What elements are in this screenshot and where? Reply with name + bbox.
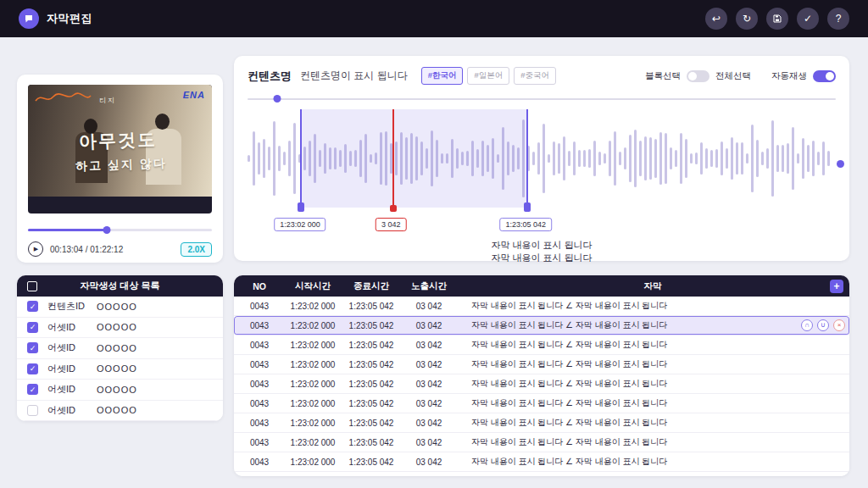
selection-end-handle[interactable] [524,202,531,212]
play-icon[interactable]: ▶ [28,241,43,257]
save-icon[interactable] [766,8,788,30]
video-player-card: 티지 아무것도 하고 싶지 않다 ENA ▶ 00:13:04 / 01:22:… [17,75,223,263]
cell-duration: 03 042 [402,419,456,428]
cell-no: 0043 [234,458,285,467]
playback-speed-button[interactable]: 2.0X [181,242,212,257]
cell-end: 1:23:05 042 [341,438,402,447]
scribble-decoration-icon [33,89,92,108]
autoplay-label: 자동재생 [771,70,807,82]
language-chip[interactable]: #일본어 [467,67,509,85]
row-checkbox-icon[interactable] [27,405,38,416]
player-seek-bar[interactable] [28,225,212,234]
time-badges: 1:23:02 000 3 042 1:23:05 042 [248,218,831,231]
cell-no: 0043 [234,438,285,447]
help-icon[interactable]: ? [827,8,849,30]
refresh-icon[interactable]: ↻ [736,8,758,30]
subtitle-row[interactable]: 0043 1:23:02 000 1:23:05 042 03 042 자막 내… [234,297,849,316]
cell-end: 1:23:05 042 [341,458,402,467]
target-list-title: 자막생성 대상 목록 [37,280,203,292]
topbar: 자막편집 ↩ ↻ ✓ ? [0,0,868,37]
cell-subtitle-text: 자막 내용이 표시 됩니다 ∠ 자막 내용이 표시 됩니다 [456,397,849,409]
subtitle-row[interactable]: 0043 1:23:02 000 1:23:05 042 03 042 자막 내… [234,433,849,452]
row-actions: ∩∪× [801,319,845,331]
row-value: OOOOO [97,322,137,332]
target-list-row: ✓ 어셋ID OOOOO [17,359,223,380]
playback-time: 00:13:04 / 01:22:12 [50,245,123,254]
selection-start-handle[interactable] [298,202,304,212]
video-thumbnail[interactable]: 티지 아무것도 하고 싶지 않다 ENA [28,85,212,214]
row-value: OOOOO [97,363,137,374]
content-name-value: 컨텐츠명이 표시 됩니다 [300,69,408,83]
cell-duration: 03 042 [402,360,456,369]
row-checkbox-icon[interactable]: ✓ [27,322,38,333]
merge-next-icon[interactable]: ∪ [817,319,829,331]
playhead-marker[interactable] [392,109,394,209]
undo-icon[interactable]: ↩ [705,8,727,30]
cell-duration: 03 042 [402,438,456,447]
row-checkbox-icon[interactable]: ✓ [27,301,38,312]
column-start: 시작시간 [285,280,341,292]
merge-prev-icon[interactable]: ∩ [801,319,813,331]
subtitle-row[interactable]: 0043 1:23:02 000 1:23:05 042 03 042 자막 내… [234,472,849,476]
row-label: 어셋ID [47,404,97,417]
row-checkbox-icon[interactable]: ✓ [27,384,38,395]
cell-no: 0043 [234,360,285,369]
target-list-header: 자막생성 대상 목록 [17,275,223,297]
subtitle-row[interactable]: 0043 1:23:02 000 1:23:05 042 03 042 자막 내… [234,413,849,433]
subtitle-preview-line1: 자막 내용이 표시 됩니다 [248,239,836,252]
timeline-position-knob[interactable] [273,95,281,103]
cell-subtitle-text: 자막 내용이 표시 됩니다 ∠ 자막 내용이 표시 됩니다 [456,475,849,476]
cell-duration: 03 042 [402,458,456,467]
timeline-scrub-bar[interactable] [248,95,836,103]
language-chip-label: #중국어 [520,70,549,80]
subtitle-row[interactable]: 0043 1:23:02 000 1:23:05 042 03 042 자막 내… [234,336,849,355]
language-chip[interactable]: #중국어 [514,67,556,85]
block-select-label: 블록선택 [645,70,681,82]
cell-subtitle-text: 자막 내용이 표시 됩니다 ∠ 자막 내용이 표시 됩니다 [456,436,849,448]
waveform-area [248,109,836,208]
select-all-label: 전체선택 [715,70,751,82]
cell-end: 1:23:05 042 [341,302,402,311]
delete-row-icon[interactable]: × [833,319,845,331]
waveform-right-knob[interactable] [837,160,844,168]
column-duration: 노출시간 [402,280,456,292]
row-label: 어셋ID [47,321,97,334]
playhead-handle[interactable] [390,205,397,212]
autoplay-toggle[interactable] [813,70,836,82]
language-chips: #한국어#일본어#중국어 [421,67,556,85]
cell-start: 1:23:02 000 [285,419,341,428]
row-label: 어셋ID [47,363,97,375]
row-checkbox-icon[interactable]: ✓ [27,342,38,353]
cell-no: 0043 [234,419,285,428]
target-list-row: 어셋ID OOOOO [17,401,223,422]
language-chip[interactable]: #한국어 [421,67,464,85]
seek-knob[interactable] [103,226,111,234]
selection-start-time: 1:23:02 000 [274,218,326,231]
block-select-toggle[interactable] [687,70,709,82]
add-row-button[interactable]: + [830,280,843,293]
select-all-checkbox[interactable] [27,281,37,291]
seek-fill [28,229,107,231]
subtitle-row[interactable]: 0043 1:23:02 000 1:23:05 042 03 042 자막 내… [234,394,849,413]
subtitle-editor-card: 컨텐츠명 컨텐츠명이 표시 됩니다 #한국어#일본어#중국어 블록선택 전체선택… [234,56,849,261]
subtitle-row[interactable]: 0043 1:23:02 000 1:23:05 042 03 042 자막 내… [234,452,849,472]
cell-start: 1:23:02 000 [285,321,341,330]
app-logo-icon [19,8,39,29]
column-no: NO [234,281,285,291]
subtitle-row[interactable]: 0043 1:23:02 000 1:23:05 042 03 042 자막 내… [234,355,849,374]
cell-end: 1:23:05 042 [341,341,402,350]
confirm-icon[interactable]: ✓ [797,8,819,30]
cell-duration: 03 042 [402,302,456,311]
column-subtitle: 자막 [456,280,849,292]
cell-start: 1:23:02 000 [285,302,341,311]
cell-duration: 03 042 [402,399,456,408]
subtitle-row[interactable]: 0043 1:23:02 000 1:23:05 042 03 042 자막 내… [234,374,849,394]
waveform-selection[interactable] [300,109,528,208]
column-end: 종료시간 [341,280,402,292]
row-checkbox-icon[interactable]: ✓ [27,363,38,374]
subtitle-row[interactable]: 0043 1:23:02 000 1:23:05 042 03 042 자막 내… [234,316,849,336]
video-frame: 티지 아무것도 하고 싶지 않다 ENA [28,85,212,197]
language-chip-label: #일본어 [474,70,503,80]
channel-logo: ENA [183,90,205,100]
cell-no: 0043 [234,380,285,389]
